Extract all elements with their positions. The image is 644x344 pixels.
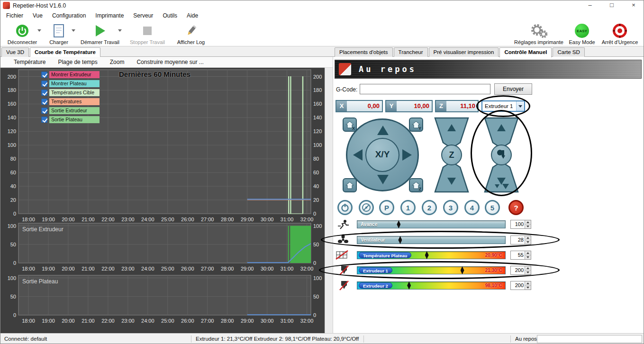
minimize-button[interactable]: – — [579, 0, 601, 11]
motor-off-button[interactable] — [359, 200, 374, 215]
tab-previsualiser-impression[interactable]: Pré visualiser impression — [429, 47, 499, 57]
preset-4-button[interactable]: 4 — [464, 200, 480, 215]
x-minus-button[interactable] — [353, 149, 363, 161]
power-button[interactable] — [337, 200, 353, 215]
home-all-button[interactable] — [343, 178, 357, 192]
start-job-button[interactable]: Démarrer Travail — [75, 22, 125, 45]
home-y-button[interactable]: Y — [409, 118, 423, 132]
extruder2-temp-thumb[interactable] — [407, 281, 411, 290]
load-button[interactable]: Charger — [42, 22, 75, 45]
home-z-button[interactable]: Z — [409, 178, 423, 192]
dropdown-caret-icon[interactable] — [118, 29, 122, 32]
menu-outils[interactable]: Outils — [158, 11, 182, 20]
dropdown-caret-icon[interactable] — [72, 29, 75, 32]
y-minus-button[interactable] — [377, 175, 389, 184]
legend-checkbox[interactable] — [41, 81, 47, 87]
chart-menu-moyenne[interactable]: Construire moyenne sur ... — [136, 59, 203, 65]
home-x-button[interactable]: X — [343, 118, 357, 132]
tab-trancheur[interactable]: Trancheur — [394, 47, 428, 57]
retract-button[interactable] — [497, 124, 506, 131]
status-separator — [191, 335, 191, 343]
extruder-pad-center[interactable] — [491, 145, 512, 165]
tab-controle-manuel[interactable]: Contrôle Manuel — [499, 47, 552, 57]
preset-3-button[interactable]: 3 — [443, 200, 458, 215]
spinner-up-icon[interactable] — [525, 220, 531, 224]
disconnect-button[interactable]: Déconnecter — [2, 22, 42, 45]
bed-temp-spinner[interactable]: 55 — [510, 251, 531, 260]
extruder1-temp-thumb[interactable] — [461, 266, 464, 274]
chart-menu-temperature[interactable]: Température — [14, 59, 45, 65]
stop-job-button[interactable]: Stopper Travail — [125, 22, 170, 45]
spinner-down-icon[interactable] — [525, 224, 531, 228]
maximize-button[interactable]: □ — [601, 0, 623, 11]
tab-placements-objets[interactable]: Placements d'objets — [335, 47, 393, 57]
z-plus-button[interactable] — [447, 124, 456, 131]
feedrate-slider[interactable]: Avance — [357, 220, 506, 228]
legend-checkbox[interactable] — [41, 72, 47, 78]
help-button[interactable]: ? — [508, 200, 524, 215]
extruder1-temp-slider[interactable]: Extrudeur 1 21,30°C — [357, 266, 506, 274]
chart-scrollbar[interactable] — [325, 68, 333, 333]
svg-text:100: 100 — [313, 223, 322, 229]
svg-text:21:00: 21:00 — [82, 266, 95, 272]
easy-mode-button[interactable]: EASY Easy Mode — [566, 22, 598, 45]
extrude-large-arrow-icon[interactable] — [502, 184, 509, 189]
spinner-up-icon[interactable] — [525, 251, 531, 255]
extruder2-toggle-icon[interactable] — [335, 279, 353, 291]
extruder2-temp-spinner[interactable]: 200 — [510, 281, 531, 290]
extruder1-toggle-icon[interactable] — [335, 264, 353, 276]
menu-fichier[interactable]: Fichier — [1, 11, 28, 20]
printer-settings-button[interactable]: Réglages imprimante — [512, 22, 566, 45]
extruder1-temp-spinner[interactable]: 200 — [510, 266, 531, 275]
park-button[interactable]: P — [379, 200, 394, 215]
preset-5-button[interactable]: 5 — [485, 200, 500, 215]
close-button[interactable]: × — [623, 0, 644, 11]
feedrate-spinner[interactable]: 100 — [510, 220, 531, 229]
menu-serveur[interactable]: Serveur — [128, 11, 158, 20]
tab-courbe-temperature[interactable]: Courbe de Température — [30, 47, 100, 57]
chart-menu-zoom[interactable]: Zoom — [110, 59, 125, 65]
dropdown-caret-icon[interactable] — [37, 29, 41, 32]
fan-slider-thumb[interactable] — [398, 236, 402, 244]
fan-spinner[interactable]: 28 — [510, 235, 531, 244]
svg-text:30:00: 30:00 — [261, 318, 274, 324]
spinner-up-icon[interactable] — [525, 236, 531, 240]
show-log-button[interactable]: Afficher Log — [170, 22, 212, 45]
spinner-down-icon[interactable] — [525, 240, 531, 244]
chart-menu-plage-de-temps[interactable]: Plage de temps — [58, 59, 97, 65]
bed-temp-thumb[interactable] — [425, 251, 429, 259]
bed-temp-slider[interactable]: Température Plateau 20,90°C — [357, 251, 506, 259]
feedrate-slider-thumb[interactable] — [397, 220, 400, 228]
emergency-stop-button[interactable]: Arrêt d'Urgence — [598, 22, 642, 45]
legend-checkbox[interactable] — [41, 108, 47, 114]
legend-checkbox[interactable] — [41, 117, 47, 123]
preset-1-button[interactable]: 1 — [400, 200, 416, 215]
y-plus-button[interactable] — [377, 126, 389, 135]
tab-carte-sd[interactable]: Carte SD — [553, 47, 584, 57]
send-button[interactable]: Envoyer — [494, 83, 532, 95]
spinner-down-icon[interactable] — [525, 285, 531, 290]
legend-checkbox[interactable] — [41, 90, 47, 96]
menu-configuration[interactable]: Configuration — [47, 11, 91, 20]
spinner-up-icon[interactable] — [525, 266, 531, 270]
extruder2-temp-slider[interactable]: Extrudeur 2 98,10°C — [357, 281, 506, 290]
extruder-select[interactable]: Extrudeur 1 — [481, 100, 525, 112]
chevron-down-icon[interactable] — [516, 101, 524, 111]
extrude-small-arrow-icon[interactable] — [495, 184, 499, 188]
spinner-down-icon[interactable] — [525, 255, 531, 259]
tab-vue-3d[interactable]: Vue 3D — [1, 47, 29, 57]
legend-checkbox[interactable] — [41, 99, 47, 105]
fan-slider[interactable]: Ventilateur — [357, 236, 506, 244]
z-minus-button[interactable] — [447, 178, 456, 185]
bed-heater-toggle-icon[interactable] — [333, 249, 351, 261]
spinner-down-icon[interactable] — [525, 270, 531, 274]
chart-subtitle-extruder-output: Sortie Extrudeur — [22, 226, 63, 233]
menu-vue[interactable]: Vue — [28, 11, 47, 20]
spinner-up-icon[interactable] — [525, 281, 531, 285]
gcode-input[interactable] — [360, 84, 490, 94]
x-plus-button[interactable] — [402, 149, 412, 161]
fan-icon[interactable] — [334, 234, 352, 246]
menu-imprimante[interactable]: Imprimante — [91, 11, 128, 20]
menu-aide[interactable]: Aide — [182, 11, 203, 20]
preset-2-button[interactable]: 2 — [422, 200, 437, 215]
